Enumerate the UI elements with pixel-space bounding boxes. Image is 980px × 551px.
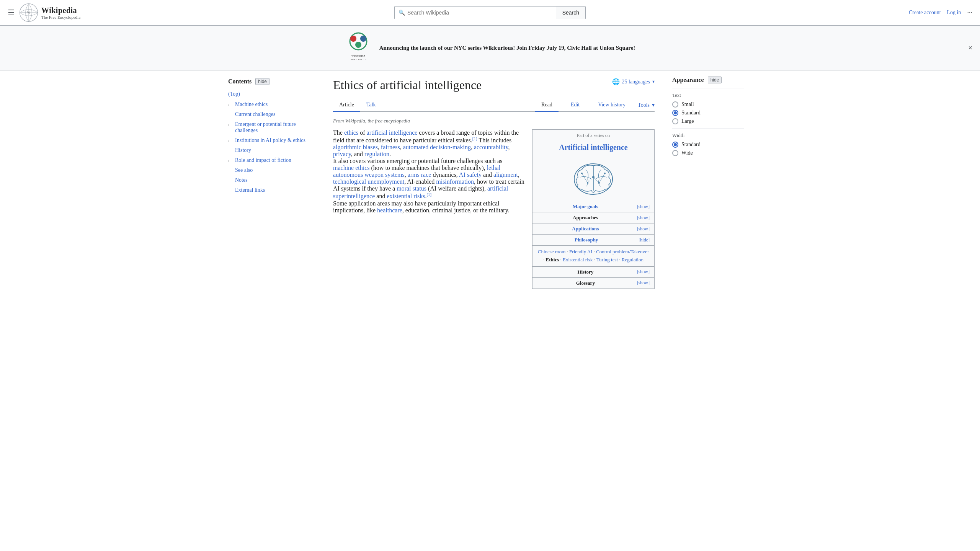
search-form: 🔍 Search [394, 6, 586, 19]
list-item: External links [228, 185, 315, 195]
link-automated-decision-making[interactable]: automated decision-making [403, 144, 471, 150]
link-algorithmic-biases[interactable]: algorithmic biases [333, 144, 378, 150]
width-standard-label: Standard [681, 142, 701, 148]
header-right: Create account Log in ··· [873, 9, 972, 17]
text-size-large[interactable]: Large [672, 118, 744, 124]
infobox-show-glossary[interactable]: [show] [637, 280, 650, 286]
infobox-show-approaches[interactable]: [show] [637, 215, 650, 221]
tools-dropdown[interactable]: Tools ▾ [638, 102, 655, 108]
toc-link-history[interactable]: History [228, 146, 315, 155]
text-size-large-label: Large [681, 118, 694, 124]
link-existential-risks[interactable]: existential risks [387, 193, 425, 200]
text-size-small-label: Small [681, 101, 694, 108]
toc-link-role-fiction[interactable]: › Role and impact of fiction [228, 156, 315, 165]
toc-title: Contents [228, 78, 252, 85]
link-privacy[interactable]: privacy [333, 151, 351, 157]
tabs-left: Article Talk [333, 99, 535, 111]
tabs-right: Read Edit View history Tools ▾ [535, 99, 655, 111]
infobox-label-major-goals[interactable]: Major goals [537, 204, 634, 210]
tab-edit[interactable]: Edit [565, 99, 586, 112]
link-machine-ethics[interactable]: machine ethics [333, 165, 370, 171]
more-options-icon[interactable]: ··· [967, 9, 973, 17]
appearance-hide-button[interactable]: hide [708, 77, 722, 83]
chevron-right-icon: › [228, 103, 233, 107]
width-standard[interactable]: Standard [672, 142, 744, 148]
toc-hide-button[interactable]: hide [255, 78, 270, 85]
infobox-row-history: History [show] [532, 266, 654, 277]
link-ai-safety[interactable]: AI safety [459, 171, 482, 178]
search-button[interactable]: Search [556, 7, 585, 19]
link-arms-race[interactable]: arms race [408, 171, 431, 178]
article-content: Ethics of artificial intelligence 🌐 25 l… [322, 70, 666, 303]
tab-article[interactable]: Article [333, 99, 360, 112]
link-fairness[interactable]: fairness [381, 144, 400, 150]
infobox: Part of a series on Artificial intellige… [532, 129, 655, 289]
link-moral-status[interactable]: moral status [397, 185, 426, 192]
text-size-standard[interactable]: Standard [672, 110, 744, 116]
link-regulation[interactable]: regulation [364, 151, 389, 157]
toc-link-see-also[interactable]: See also [228, 166, 315, 174]
chevron-right-icon: › [228, 139, 233, 143]
site-logo[interactable]: W Wikipedia The Free Encyclopedia [19, 3, 80, 22]
tab-read[interactable]: Read [535, 99, 559, 112]
toc-link-external-links[interactable]: External links [228, 186, 315, 194]
translate-icon: 🌐 [612, 78, 620, 85]
philosophy-link-turing-test[interactable]: Turing test [596, 257, 618, 262]
log-in-link[interactable]: Log in [947, 10, 961, 16]
infobox-show-philosophy[interactable]: [hide] [639, 237, 650, 243]
infobox-row-philosophy: Philosophy [hide] [532, 234, 654, 245]
banner-message: Announcing the launch of our NYC series … [379, 45, 635, 51]
chevron-right-icon: › [228, 122, 233, 127]
philosophy-link-chinese-room[interactable]: Chinese room [538, 249, 566, 254]
philosophy-link-regulation[interactable]: Regulation [622, 257, 644, 262]
toc-item-top: (Top) [228, 89, 315, 99]
link-accountability[interactable]: accountability [474, 144, 508, 150]
infobox-header: Part of a series on [532, 130, 654, 142]
toc-header: Contents hide [228, 78, 315, 85]
link-technological-unemployment[interactable]: technological unemployment [333, 178, 404, 185]
toc-link-machine-ethics[interactable]: › Machine ethics [228, 100, 315, 109]
link-ethics[interactable]: ethics [344, 129, 358, 136]
appearance-panel: Appearance hide Text Small Standard Larg… [666, 70, 750, 303]
toc-link-notes[interactable]: Notes [228, 176, 315, 184]
svg-point-6 [360, 36, 366, 42]
link-misinformation[interactable]: misinformation [436, 178, 474, 185]
infobox-row-major-goals: Major goals [show] [532, 201, 654, 212]
philosophy-link-control-problem[interactable]: Control problem/Takeover [596, 249, 649, 254]
width-wide[interactable]: Wide [672, 150, 744, 156]
philosophy-link-friendly-ai[interactable]: Friendly AI [569, 249, 592, 254]
menu-icon[interactable]: ☰ [8, 8, 15, 17]
search-icon: 🔍 [399, 10, 405, 16]
infobox-show-history[interactable]: [show] [637, 269, 650, 275]
tab-talk[interactable]: Talk [360, 99, 382, 112]
list-item: › Emergent or potential future challenge… [228, 119, 315, 135]
svg-text:W: W [27, 11, 30, 15]
tab-view-history[interactable]: View history [592, 99, 632, 112]
infobox-label-history[interactable]: History [537, 269, 634, 275]
toc-link-top[interactable]: (Top) [228, 90, 315, 99]
create-account-link[interactable]: Create account [909, 10, 941, 16]
article-tabs: Article Talk Read Edit View history Tool… [333, 99, 655, 112]
infobox-label-approaches[interactable]: Approaches [537, 215, 634, 221]
link-alignment[interactable]: alignment [493, 171, 518, 178]
text-size-small[interactable]: Small [672, 101, 744, 108]
toc-link-emergent[interactable]: › Emergent or potential future challenge… [228, 120, 315, 135]
infobox-label-applications[interactable]: Applications [537, 226, 634, 232]
search-bar: 🔍 Search [107, 6, 873, 19]
link-healthcare[interactable]: healthcare [377, 207, 402, 214]
infobox-label-glossary[interactable]: Glossary [537, 280, 634, 286]
languages-selector[interactable]: 🌐 25 languages ▾ [612, 78, 655, 85]
infobox-title: Artificial intelligence [532, 142, 654, 155]
toc-link-current-challenges[interactable]: › Current challenges [228, 110, 315, 119]
philosophy-link-existential-risk[interactable]: Existential risk [563, 257, 593, 262]
search-input[interactable] [407, 10, 552, 16]
toc-link-institutions[interactable]: › Institutions in AI policy & ethics [228, 136, 315, 145]
banner-close-button[interactable]: × [968, 44, 972, 52]
list-item: History [228, 145, 315, 155]
infobox-show-major-goals[interactable]: [show] [637, 204, 650, 210]
infobox-show-applications[interactable]: [show] [637, 226, 650, 232]
infobox-label-philosophy[interactable]: Philosophy [537, 237, 635, 243]
link-artificial-intelligence[interactable]: artificial intelligence [367, 129, 418, 136]
chevron-right-icon: › [228, 158, 233, 163]
svg-point-5 [350, 36, 356, 42]
